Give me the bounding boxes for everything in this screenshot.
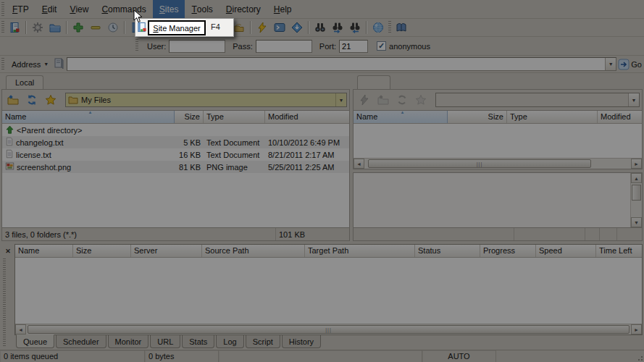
- site-manager-shortcut: F4: [211, 22, 220, 31]
- menu-item-site-manager[interactable]: Site Manager: [148, 20, 206, 35]
- mouse-cursor: [133, 9, 143, 24]
- ftp-client-window: FTP Edit View Commands Sites Tools Direc…: [0, 0, 644, 362]
- sites-menu-popup: Site Manager F4: [135, 18, 234, 37]
- dim-overlay: [0, 0, 644, 362]
